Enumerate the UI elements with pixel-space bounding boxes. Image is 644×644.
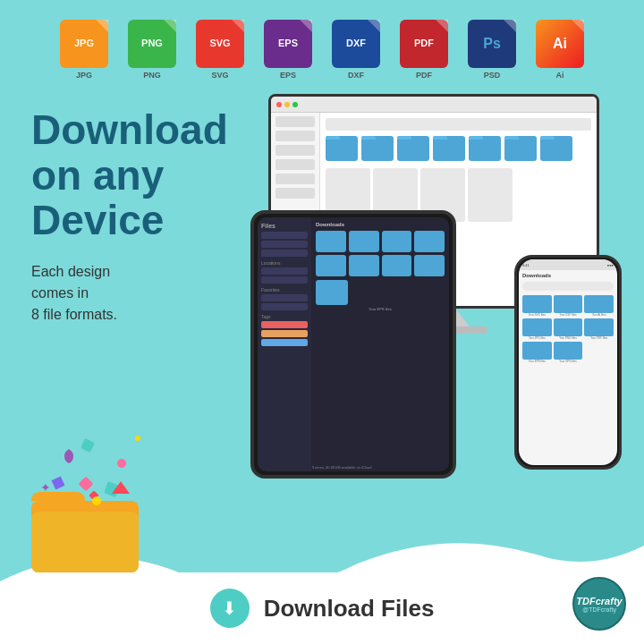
psd-top-label: Ps xyxy=(483,37,501,51)
tablet-tags-label: Tags xyxy=(261,314,308,319)
phone-folder-group: Your DXF files xyxy=(554,295,583,317)
phone-signal: ●●● xyxy=(607,263,614,267)
eps-bottom-label: EPS xyxy=(280,71,296,80)
monitor-folder xyxy=(504,136,537,161)
heading-line2: on any xyxy=(31,153,228,199)
confetti-yellow xyxy=(134,429,141,445)
monitor-sidebar-item xyxy=(275,116,315,127)
tablet-sidebar-item xyxy=(261,267,308,275)
tablet-favorites-label: Favorites xyxy=(261,287,308,292)
confetti-teal xyxy=(80,438,95,456)
heading-line3: Device xyxy=(31,198,228,243)
jpg-top-label: JPG xyxy=(74,38,94,48)
png-icon-shape: PNG xyxy=(128,20,176,68)
brand-handle: @TDFcrafty xyxy=(582,606,616,613)
tablet-sidebar-item xyxy=(261,232,308,239)
monitor-sidebar-item xyxy=(275,174,315,184)
phone-folder-label: Your EPS files xyxy=(522,360,552,363)
tablet-folder xyxy=(349,231,379,252)
monitor-file xyxy=(468,168,513,222)
file-icon-dxf: DXF DXF xyxy=(326,20,386,80)
phone-folder-label: Your GPS files xyxy=(554,360,583,363)
monitor-folder xyxy=(433,136,465,161)
tablet-folder xyxy=(316,231,346,252)
tablet-sidebar-item xyxy=(261,276,308,284)
phone-folders-grid: Your SVG files Your DXF files Your Ai fi… xyxy=(519,292,617,366)
tablet-folder xyxy=(316,255,346,276)
monitor-folder xyxy=(397,136,429,161)
svg-bottom-label: SVG xyxy=(211,71,228,80)
phone-topbar: 9:41 ●●● xyxy=(519,259,617,270)
dot-yellow xyxy=(284,102,290,107)
phone: 9:41 ●●● Downloads Your SVG files Your D… xyxy=(514,255,622,470)
phone-folder-label: Your SVG files xyxy=(522,313,552,317)
png-bottom-label: PNG xyxy=(143,71,161,80)
phone-folder-group: Your GPS files xyxy=(554,342,583,363)
monitor-sidebar-item xyxy=(275,131,315,141)
tablet-folder xyxy=(382,255,412,276)
phone-folder xyxy=(522,295,552,313)
svg-point-10 xyxy=(92,496,101,505)
tablet-folder xyxy=(349,255,379,276)
main-heading: Download on any Device xyxy=(31,107,228,243)
pdf-icon-shape: PDF xyxy=(400,20,448,68)
tablet-locations-label: Locations xyxy=(261,260,308,266)
monitor-folder xyxy=(326,136,358,161)
monitor-folder xyxy=(361,136,394,161)
svg-point-3 xyxy=(135,436,140,441)
phone-folder xyxy=(554,342,583,360)
phone-folder xyxy=(522,342,552,360)
phone-folder-group: Your PDF files xyxy=(584,318,614,340)
phone-folder-group: Your SVG files xyxy=(522,295,552,317)
download-files-label[interactable]: Download Files xyxy=(264,595,435,623)
phone-title: Downloads xyxy=(519,270,617,280)
ai-top-label: Ai xyxy=(553,36,567,52)
phone-folder-group: Your PNG files xyxy=(554,318,583,340)
tablet-sidebar-item xyxy=(261,330,308,337)
dxf-bottom-label: DXF xyxy=(348,71,364,80)
phone-search-bar[interactable] xyxy=(522,282,614,291)
file-icon-svg: SVG SVG xyxy=(190,20,250,80)
png-top-label: PNG xyxy=(141,38,163,48)
svg-text:✦: ✦ xyxy=(40,480,51,495)
confetti-pink xyxy=(116,456,127,472)
psd-icon-shape: Ps xyxy=(468,20,516,68)
file-formats-row: JPG JPG PNG PNG SVG SVG EPS EPS xyxy=(0,0,644,89)
monitor-toolbar xyxy=(326,118,591,131)
jpg-bottom-label: JPG xyxy=(76,71,92,80)
brand-logo: TDFcrafty @TDFcrafty xyxy=(572,577,626,631)
folder-illustration: ✦ xyxy=(27,474,152,590)
phone-time: 9:41 xyxy=(522,263,530,267)
phone-screen: 9:41 ●●● Downloads Your SVG files Your D… xyxy=(519,259,617,465)
svg-rect-0 xyxy=(80,438,95,453)
brand-name: TDFcrafty xyxy=(576,596,622,606)
jpg-icon-shape: JPG xyxy=(60,20,108,68)
phone-folder-label: Your DXF files xyxy=(554,313,583,317)
tablet-folders-grid xyxy=(316,231,445,276)
tablet-folder xyxy=(382,231,412,252)
phone-folder xyxy=(554,318,583,336)
phone-folder xyxy=(554,295,583,313)
tablet-large-folder xyxy=(316,280,348,305)
phone-folder-label: Your PDF files xyxy=(584,336,614,340)
dot-green xyxy=(292,102,298,107)
tablet-main: Downloads Yo xyxy=(311,217,449,471)
tablet-folder xyxy=(414,255,445,276)
heading-section: Download on any Device Each design comes… xyxy=(31,107,228,326)
phone-folder-label: Your JPG files xyxy=(522,336,552,340)
heading-line1: Download xyxy=(31,107,228,153)
tablet-folder-label: Your EPS files xyxy=(316,307,445,311)
monitor-folder xyxy=(540,136,572,161)
tablet-sidebar-item xyxy=(261,294,308,301)
tablet: Files Locations Favorites Tags xyxy=(250,210,456,479)
confetti-purple2 xyxy=(63,447,75,469)
download-icon-circle: ⬇ xyxy=(210,589,250,628)
file-icon-pdf: PDF PDF xyxy=(394,20,454,80)
monitor-sidebar-item xyxy=(275,188,315,199)
tablet-files-label: Files xyxy=(261,223,308,229)
pdf-bottom-label: PDF xyxy=(416,71,432,80)
svg-point-1 xyxy=(117,459,126,468)
monitor-topbar xyxy=(271,97,597,113)
file-icon-jpg: JPG JPG xyxy=(54,20,114,80)
tablet-screen: Files Locations Favorites Tags xyxy=(258,217,449,471)
